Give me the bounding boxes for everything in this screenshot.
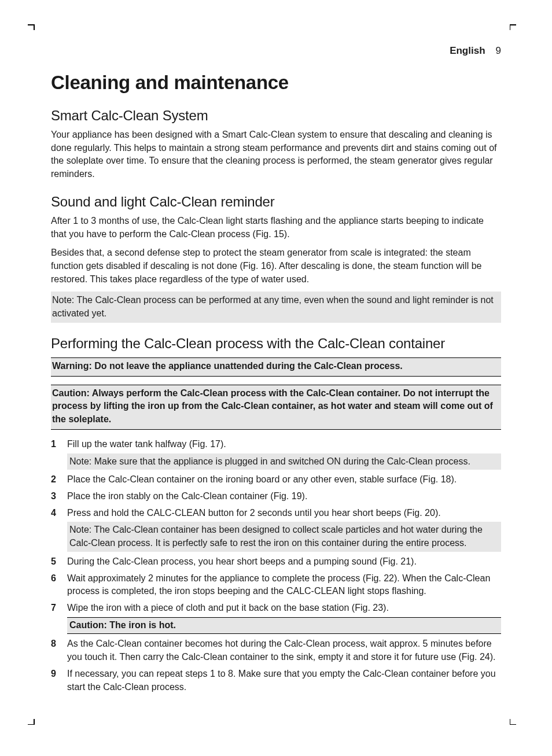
step-text: If necessary, you can repeat steps 1 to …	[67, 669, 496, 692]
step-text: Wipe the iron with a piece of cloth and …	[67, 603, 389, 613]
step-text: Press and hold the CALC-CLEAN button for…	[67, 508, 441, 518]
body-text: After 1 to 3 months of use, the Calc-Cle…	[51, 215, 501, 241]
step-text: Place the iron stably on the Calc-Clean …	[67, 491, 307, 501]
step-item: Wipe the iron with a piece of cloth and …	[51, 602, 501, 634]
caution-box: Caution: Always perform the Calc-Clean p…	[51, 385, 501, 430]
section-heading-smart: Smart Calc-Clean System	[51, 108, 501, 124]
step-note: Note: Make sure that the appliance is pl…	[67, 453, 501, 470]
step-item: Place the Calc-Clean container on the ir…	[51, 473, 501, 486]
note-box: Note: The Calc-Clean process can be perf…	[51, 292, 501, 322]
step-text: Wait approximately 2 minutes for the app…	[67, 573, 490, 596]
step-text: Place the Calc-Clean container on the ir…	[67, 474, 457, 484]
page-number: 9	[496, 45, 501, 56]
step-text: As the Calc-Clean container becomes hot …	[67, 639, 496, 662]
step-item: As the Calc-Clean container becomes hot …	[51, 637, 501, 663]
steps-list: Fill up the water tank halfway (Fig. 17)…	[51, 438, 501, 694]
step-text: During the Calc-Clean process, you hear …	[67, 556, 417, 566]
crop-mark-bottom-right	[510, 717, 518, 725]
body-text: Besides that, a second defense step to p…	[51, 246, 501, 286]
step-item: Fill up the water tank halfway (Fig. 17)…	[51, 438, 501, 470]
page-title: Cleaning and maintenance	[51, 72, 501, 94]
body-text: Your appliance has been designed with a …	[51, 128, 501, 181]
step-note: Note: The Calc-Clean container has been …	[67, 522, 501, 551]
step-caution: Caution: The iron is hot.	[67, 617, 501, 635]
crop-mark-top-left	[25, 24, 34, 32]
language-label: English	[450, 45, 485, 56]
step-item: Press and hold the CALC-CLEAN button for…	[51, 507, 501, 552]
section-heading-reminder: Sound and light Calc-Clean reminder	[51, 194, 501, 210]
section-heading-process: Performing the Calc-Clean process with t…	[51, 335, 501, 352]
warning-box: Warning: Do not leave the appliance unat…	[51, 357, 501, 377]
step-text: Fill up the water tank halfway (Fig. 17)…	[67, 439, 226, 449]
step-item: Wait approximately 2 minutes for the app…	[51, 572, 501, 598]
page-header: English9	[51, 45, 501, 57]
step-item: During the Calc-Clean process, you hear …	[51, 555, 501, 569]
crop-mark-top-right	[510, 24, 518, 32]
crop-mark-bottom-left	[25, 717, 34, 725]
page-content: English9 Cleaning and maintenance Smart …	[0, 0, 552, 732]
step-item: Place the iron stably on the Calc-Clean …	[51, 490, 501, 503]
step-item: If necessary, you can repeat steps 1 to …	[51, 668, 501, 694]
